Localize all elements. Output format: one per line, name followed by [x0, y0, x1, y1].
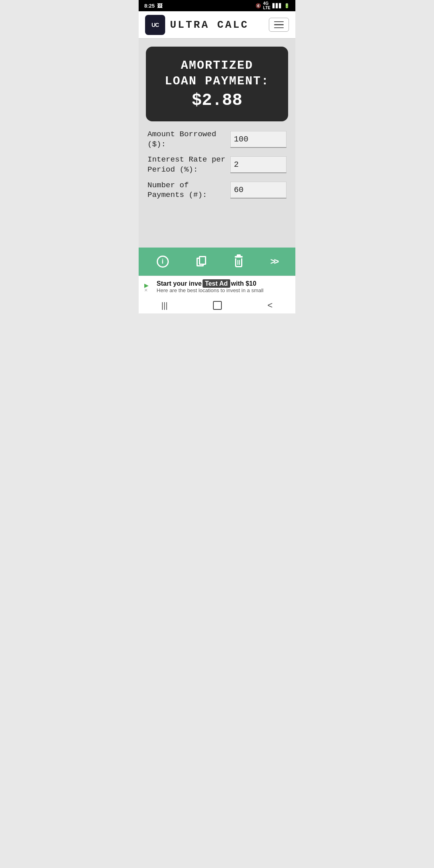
status-icons: 🔇 4GLTE ▋▋▋ 🔋 — [256, 1, 290, 10]
num-payments-input[interactable] — [230, 182, 287, 199]
ad-test-label: Test Ad — [203, 279, 230, 288]
result-title: AMORTIZED LOAN PAYMENT: — [154, 58, 280, 89]
status-time: 8:25 🖼 — [144, 3, 162, 9]
brand-area: UC ULTRA CALC — [145, 15, 249, 35]
amount-borrowed-input[interactable] — [230, 131, 287, 148]
home-button[interactable] — [213, 301, 222, 310]
result-title-line1: AMORTIZED — [181, 59, 253, 72]
bottom-toolbar: i >> — [139, 248, 295, 276]
field-row-interest: Interest Rate per Period (%): — [147, 155, 287, 174]
amount-borrowed-label: Amount Borrowed ($): — [147, 129, 226, 149]
back-icon: < — [268, 300, 273, 311]
hamburger-line — [274, 24, 284, 25]
info-icon: i — [157, 256, 169, 268]
app-title: ULTRA CALC — [170, 19, 249, 31]
field-row-payments: Number of Payments (#): — [147, 180, 287, 200]
hamburger-line — [274, 21, 284, 23]
forward-button[interactable]: >> — [266, 255, 283, 268]
copy-icon — [197, 256, 207, 267]
main-content: AMORTIZED LOAN PAYMENT: $2.88 Amount Bor… — [139, 39, 295, 248]
photo-icon: 🖼 — [157, 3, 162, 9]
status-bar: 8:25 🖼 🔇 4GLTE ▋▋▋ 🔋 — [139, 0, 295, 11]
recent-apps-button[interactable]: ||| — [162, 301, 168, 310]
4g-icon: 4GLTE — [263, 1, 270, 10]
copy-button[interactable] — [192, 254, 212, 269]
num-payments-label: Number of Payments (#): — [147, 180, 226, 200]
result-value: $2.88 — [154, 91, 280, 110]
ad-banner: ▶ ✕ Start your inveTest Adwith $10 Here … — [139, 276, 295, 297]
trash-icon — [235, 256, 243, 267]
sys-navbar: ||| < — [139, 297, 295, 313]
interest-rate-label: Interest Rate per Period (%): — [147, 155, 226, 174]
signal-icon: ▋▋▋ — [272, 3, 282, 8]
ad-subtitle: Here are the best locations to invest in… — [157, 287, 290, 293]
interest-rate-input[interactable] — [230, 156, 287, 173]
back-button[interactable]: < — [268, 300, 273, 311]
delete-button[interactable] — [230, 254, 248, 269]
battery-icon: 🔋 — [284, 3, 290, 8]
app-logo: UC — [145, 15, 165, 35]
ad-title-suffix: with $10 — [231, 280, 256, 287]
ad-title: Start your inveTest Adwith $10 — [157, 280, 290, 287]
hamburger-line — [274, 27, 284, 29]
field-row-amount: Amount Borrowed ($): — [147, 129, 287, 149]
menu-button[interactable] — [269, 18, 289, 32]
forward-icon: >> — [270, 256, 278, 267]
home-icon — [213, 301, 222, 310]
info-button[interactable]: i — [152, 254, 174, 269]
navbar: UC ULTRA CALC — [139, 11, 295, 39]
fields-section: Amount Borrowed ($): Interest Rate per P… — [146, 129, 288, 200]
result-title-line2: LOAN PAYMENT: — [165, 74, 269, 88]
ad-close-button[interactable]: ✕ — [144, 287, 147, 293]
recent-icon: ||| — [162, 301, 168, 310]
ad-text: Start your inveTest Adwith $10 Here are … — [153, 280, 290, 293]
result-box: AMORTIZED LOAN PAYMENT: $2.88 — [146, 47, 288, 121]
ad-title-text: Start your inve — [157, 280, 202, 287]
time-display: 8:25 — [144, 3, 155, 9]
mute-icon: 🔇 — [256, 3, 261, 8]
